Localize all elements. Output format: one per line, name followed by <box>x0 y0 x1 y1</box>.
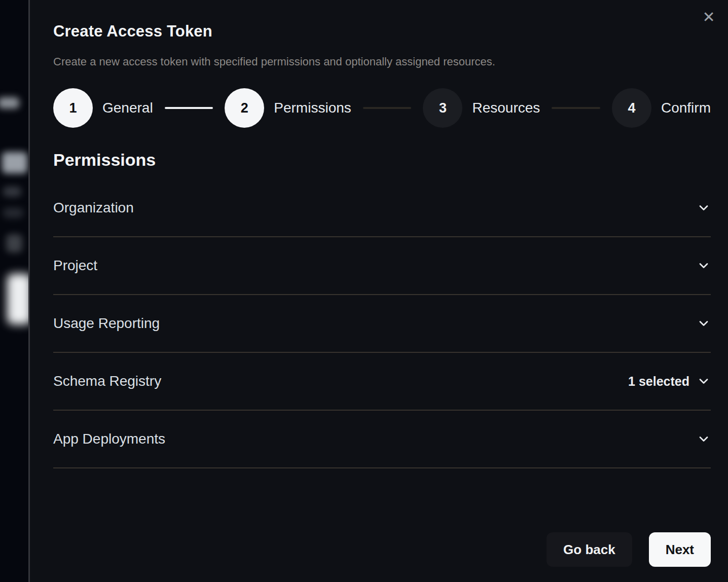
stepper: 1 General 2 Permissions 3 Resources 4 Co… <box>53 88 711 128</box>
stepper-step-general[interactable]: 1 General <box>53 88 153 128</box>
background-blur-fragment <box>3 208 23 218</box>
step-label: Confirm <box>661 100 711 116</box>
background-blur-fragment <box>7 274 28 324</box>
accordion-row-usage-reporting[interactable]: Usage Reporting <box>53 295 711 353</box>
modal-footer: Go back Next <box>547 532 711 567</box>
accordion-row-schema-registry[interactable]: Schema Registry 1 selected <box>53 353 711 411</box>
chevron-down-icon <box>697 374 711 388</box>
stepper-connector <box>552 107 600 109</box>
background-blur-fragment <box>2 152 27 173</box>
step-number-badge: 2 <box>225 88 264 128</box>
next-button[interactable]: Next <box>649 532 711 567</box>
create-access-token-modal: ✕ Create Access Token Create a new acces… <box>28 0 728 582</box>
modal-title: Create Access Token <box>53 0 711 41</box>
selected-count-badge: 1 selected <box>628 374 689 389</box>
stepper-step-resources[interactable]: 3 Resources <box>423 88 540 128</box>
accordion-row-app-deployments[interactable]: App Deployments <box>53 411 711 468</box>
go-back-button[interactable]: Go back <box>547 532 632 567</box>
accordion-label: App Deployments <box>53 431 697 447</box>
chevron-down-icon <box>697 316 711 331</box>
close-icon[interactable]: ✕ <box>700 8 718 26</box>
accordion-label: Usage Reporting <box>53 315 697 332</box>
accordion-label: Organization <box>53 200 697 216</box>
accordion-row-organization[interactable]: Organization <box>53 179 711 237</box>
stepper-step-permissions[interactable]: 2 Permissions <box>225 88 351 128</box>
permissions-heading: Permissions <box>53 150 711 170</box>
step-label: Permissions <box>274 100 351 116</box>
modal-subtitle: Create a new access token with specified… <box>53 55 711 68</box>
stepper-connector <box>363 107 412 109</box>
permissions-accordion: Organization Project Usage Reporting <box>53 179 711 468</box>
step-number-badge: 3 <box>423 88 462 128</box>
step-number-badge: 4 <box>612 88 651 128</box>
step-label: General <box>102 100 153 116</box>
accordion-label: Schema Registry <box>53 373 628 389</box>
chevron-down-icon <box>697 432 711 446</box>
background-blur-fragment <box>0 97 19 108</box>
background-blur-fragment <box>6 234 22 252</box>
stepper-step-confirm[interactable]: 4 Confirm <box>612 88 711 128</box>
accordion-row-project[interactable]: Project <box>53 237 711 295</box>
chevron-down-icon <box>697 259 711 273</box>
step-label: Resources <box>472 100 540 116</box>
accordion-label: Project <box>53 258 697 274</box>
background-page <box>0 0 28 582</box>
chevron-down-icon <box>697 201 711 215</box>
step-number-badge: 1 <box>53 88 93 128</box>
background-blur-fragment <box>3 187 21 197</box>
stepper-connector <box>165 107 213 109</box>
